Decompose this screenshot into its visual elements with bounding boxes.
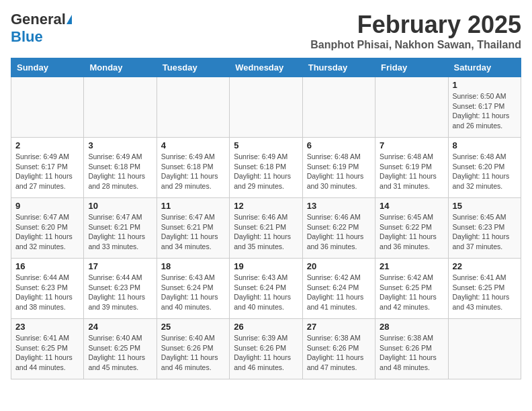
- day-number: 26: [234, 322, 298, 332]
- calendar-day-cell: 26Sunrise: 6:39 AM Sunset: 6:26 PM Dayli…: [230, 319, 302, 379]
- logo: General Blue: [11, 11, 72, 46]
- calendar-day-cell: 28Sunrise: 6:38 AM Sunset: 6:26 PM Dayli…: [375, 319, 448, 379]
- day-number: 3: [88, 140, 152, 150]
- day-info: Sunrise: 6:48 AM Sunset: 6:19 PM Dayligh…: [380, 152, 443, 191]
- day-info: Sunrise: 6:40 AM Sunset: 6:25 PM Dayligh…: [88, 333, 152, 373]
- calendar-week-row: 23Sunrise: 6:41 AM Sunset: 6:25 PM Dayli…: [11, 319, 521, 379]
- day-number: 25: [161, 322, 225, 332]
- day-number: 14: [380, 201, 443, 211]
- day-info: Sunrise: 6:38 AM Sunset: 6:26 PM Dayligh…: [307, 333, 371, 373]
- day-number: 8: [453, 140, 517, 150]
- calendar-day-cell: 12Sunrise: 6:46 AM Sunset: 6:21 PM Dayli…: [230, 198, 302, 259]
- calendar-day-cell: 7Sunrise: 6:48 AM Sunset: 6:19 PM Daylig…: [375, 138, 448, 198]
- day-number: 2: [15, 140, 79, 150]
- calendar-day-header: Thursday: [302, 58, 375, 77]
- calendar-day-cell: 4Sunrise: 6:49 AM Sunset: 6:18 PM Daylig…: [157, 138, 229, 198]
- calendar-day-cell: 25Sunrise: 6:40 AM Sunset: 6:26 PM Dayli…: [157, 319, 229, 379]
- location-subtitle: Banphot Phisai, Nakhon Sawan, Thailand: [310, 39, 521, 51]
- calendar-day-cell: 10Sunrise: 6:47 AM Sunset: 6:21 PM Dayli…: [84, 198, 157, 259]
- calendar-day-header: Tuesday: [157, 58, 229, 77]
- day-number: 28: [380, 322, 443, 332]
- calendar-day-header: Monday: [84, 58, 157, 77]
- day-number: 16: [15, 261, 79, 271]
- calendar-week-row: 16Sunrise: 6:44 AM Sunset: 6:23 PM Dayli…: [11, 259, 521, 319]
- day-number: 6: [307, 140, 371, 150]
- calendar-week-row: 2Sunrise: 6:49 AM Sunset: 6:17 PM Daylig…: [11, 138, 521, 198]
- day-info: Sunrise: 6:49 AM Sunset: 6:18 PM Dayligh…: [88, 152, 152, 191]
- day-number: 9: [15, 201, 79, 211]
- calendar-day-cell: 27Sunrise: 6:38 AM Sunset: 6:26 PM Dayli…: [302, 319, 375, 379]
- day-info: Sunrise: 6:48 AM Sunset: 6:20 PM Dayligh…: [453, 152, 517, 191]
- day-number: 17: [88, 261, 152, 271]
- day-info: Sunrise: 6:38 AM Sunset: 6:26 PM Dayligh…: [380, 333, 443, 373]
- calendar-day-cell: 17Sunrise: 6:44 AM Sunset: 6:23 PM Dayli…: [84, 259, 157, 319]
- calendar-day-cell: [375, 77, 448, 138]
- day-number: 5: [234, 140, 298, 150]
- calendar-day-header: Sunday: [11, 58, 84, 77]
- day-info: Sunrise: 6:39 AM Sunset: 6:26 PM Dayligh…: [234, 333, 298, 373]
- calendar-day-cell: [448, 319, 521, 379]
- calendar-day-cell: 8Sunrise: 6:48 AM Sunset: 6:20 PM Daylig…: [448, 138, 521, 198]
- calendar-day-cell: 18Sunrise: 6:43 AM Sunset: 6:24 PM Dayli…: [157, 259, 229, 319]
- calendar-day-cell: 3Sunrise: 6:49 AM Sunset: 6:18 PM Daylig…: [84, 138, 157, 198]
- day-info: Sunrise: 6:49 AM Sunset: 6:17 PM Dayligh…: [15, 152, 79, 191]
- day-info: Sunrise: 6:47 AM Sunset: 6:21 PM Dayligh…: [161, 212, 225, 252]
- day-info: Sunrise: 6:43 AM Sunset: 6:24 PM Dayligh…: [234, 273, 298, 312]
- day-number: 10: [88, 201, 152, 211]
- calendar-day-cell: [157, 77, 229, 138]
- logo-general-text: General: [11, 11, 66, 28]
- day-info: Sunrise: 6:45 AM Sunset: 6:23 PM Dayligh…: [453, 212, 517, 252]
- calendar-day-cell: 2Sunrise: 6:49 AM Sunset: 6:17 PM Daylig…: [11, 138, 84, 198]
- calendar-week-row: 9Sunrise: 6:47 AM Sunset: 6:20 PM Daylig…: [11, 198, 521, 259]
- calendar-day-cell: [302, 77, 375, 138]
- day-info: Sunrise: 6:49 AM Sunset: 6:18 PM Dayligh…: [234, 152, 298, 191]
- day-number: 23: [15, 322, 79, 332]
- calendar-day-cell: 6Sunrise: 6:48 AM Sunset: 6:19 PM Daylig…: [302, 138, 375, 198]
- calendar-day-cell: 22Sunrise: 6:41 AM Sunset: 6:25 PM Dayli…: [448, 259, 521, 319]
- day-info: Sunrise: 6:41 AM Sunset: 6:25 PM Dayligh…: [453, 273, 517, 312]
- day-number: 7: [380, 140, 443, 150]
- day-number: 19: [234, 261, 298, 271]
- day-info: Sunrise: 6:42 AM Sunset: 6:25 PM Dayligh…: [380, 273, 443, 312]
- calendar-day-cell: [230, 77, 302, 138]
- calendar-day-header: Saturday: [448, 58, 521, 77]
- day-number: 12: [234, 201, 298, 211]
- day-info: Sunrise: 6:47 AM Sunset: 6:21 PM Dayligh…: [88, 212, 152, 252]
- calendar-day-cell: 16Sunrise: 6:44 AM Sunset: 6:23 PM Dayli…: [11, 259, 84, 319]
- logo-blue-text: Blue: [11, 28, 43, 45]
- day-info: Sunrise: 6:44 AM Sunset: 6:23 PM Dayligh…: [88, 273, 152, 312]
- calendar-week-row: 1Sunrise: 6:50 AM Sunset: 6:17 PM Daylig…: [11, 77, 521, 138]
- calendar-day-cell: 11Sunrise: 6:47 AM Sunset: 6:21 PM Dayli…: [157, 198, 229, 259]
- day-number: 22: [453, 261, 517, 271]
- calendar-header-row: SundayMondayTuesdayWednesdayThursdayFrid…: [11, 58, 521, 77]
- calendar-day-cell: [84, 77, 157, 138]
- day-number: 11: [161, 201, 225, 211]
- day-number: 27: [307, 322, 371, 332]
- calendar-day-header: Friday: [375, 58, 448, 77]
- day-info: Sunrise: 6:40 AM Sunset: 6:26 PM Dayligh…: [161, 333, 225, 373]
- day-info: Sunrise: 6:47 AM Sunset: 6:20 PM Dayligh…: [15, 212, 79, 252]
- calendar-day-cell: 24Sunrise: 6:40 AM Sunset: 6:25 PM Dayli…: [84, 319, 157, 379]
- day-info: Sunrise: 6:46 AM Sunset: 6:22 PM Dayligh…: [307, 212, 371, 252]
- calendar-day-cell: 14Sunrise: 6:45 AM Sunset: 6:22 PM Dayli…: [375, 198, 448, 259]
- page-header: General Blue February 2025 Banphot Phisa…: [11, 11, 521, 51]
- day-info: Sunrise: 6:44 AM Sunset: 6:23 PM Dayligh…: [15, 273, 79, 312]
- day-number: 15: [453, 201, 517, 211]
- day-info: Sunrise: 6:49 AM Sunset: 6:18 PM Dayligh…: [161, 152, 225, 191]
- calendar-day-cell: 20Sunrise: 6:42 AM Sunset: 6:24 PM Dayli…: [302, 259, 375, 319]
- day-number: 13: [307, 201, 371, 211]
- day-number: 1: [453, 80, 517, 90]
- calendar-day-cell: 23Sunrise: 6:41 AM Sunset: 6:25 PM Dayli…: [11, 319, 84, 379]
- calendar-day-cell: 19Sunrise: 6:43 AM Sunset: 6:24 PM Dayli…: [230, 259, 302, 319]
- calendar-day-cell: 15Sunrise: 6:45 AM Sunset: 6:23 PM Dayli…: [448, 198, 521, 259]
- calendar-table: SundayMondayTuesdayWednesdayThursdayFrid…: [11, 58, 521, 379]
- calendar-day-cell: 21Sunrise: 6:42 AM Sunset: 6:25 PM Dayli…: [375, 259, 448, 319]
- day-info: Sunrise: 6:48 AM Sunset: 6:19 PM Dayligh…: [307, 152, 371, 191]
- calendar-day-cell: 13Sunrise: 6:46 AM Sunset: 6:22 PM Dayli…: [302, 198, 375, 259]
- day-info: Sunrise: 6:46 AM Sunset: 6:21 PM Dayligh…: [234, 212, 298, 252]
- calendar-day-cell: [11, 77, 84, 138]
- calendar-day-cell: 1Sunrise: 6:50 AM Sunset: 6:17 PM Daylig…: [448, 77, 521, 138]
- day-info: Sunrise: 6:43 AM Sunset: 6:24 PM Dayligh…: [161, 273, 225, 312]
- day-number: 24: [88, 322, 152, 332]
- day-number: 21: [380, 261, 443, 271]
